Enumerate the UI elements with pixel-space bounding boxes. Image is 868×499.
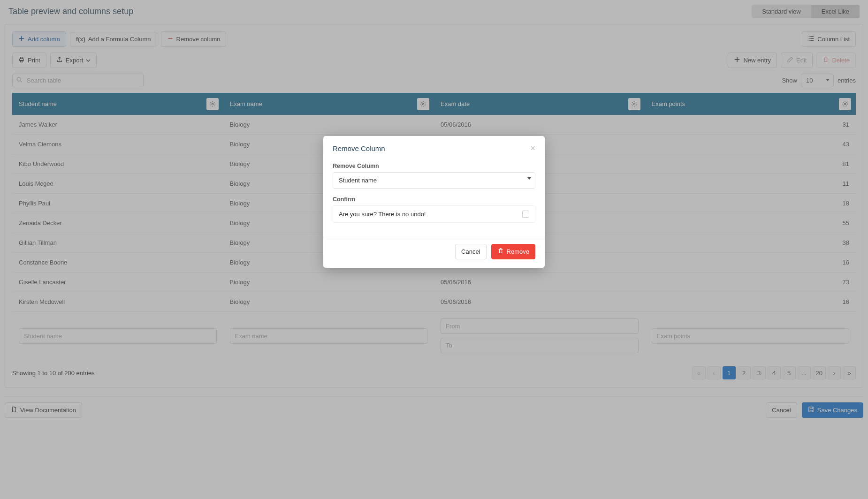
modal-title: Remove Column xyxy=(333,144,385,152)
modal-remove-button[interactable]: Remove xyxy=(491,244,535,259)
modal-remove-label: Remove xyxy=(507,248,529,255)
chevron-down-icon xyxy=(527,177,531,180)
remove-column-modal: Remove Column × Remove Column Student na… xyxy=(323,136,545,268)
modal-overlay: Remove Column × Remove Column Student na… xyxy=(0,0,868,422)
remove-column-field-label: Remove Column xyxy=(333,163,535,169)
close-icon[interactable]: × xyxy=(530,144,535,153)
modal-cancel-button[interactable]: Cancel xyxy=(455,244,486,259)
confirm-box: Are you sure? There is no undo! xyxy=(333,205,535,223)
remove-column-select[interactable]: Student name xyxy=(333,172,535,189)
remove-column-selected-value: Student name xyxy=(339,177,377,184)
confirm-text: Are you sure? There is no undo! xyxy=(339,211,426,218)
confirm-label: Confirm xyxy=(333,196,535,203)
trash-icon xyxy=(497,248,504,256)
confirm-checkbox[interactable] xyxy=(522,211,529,218)
